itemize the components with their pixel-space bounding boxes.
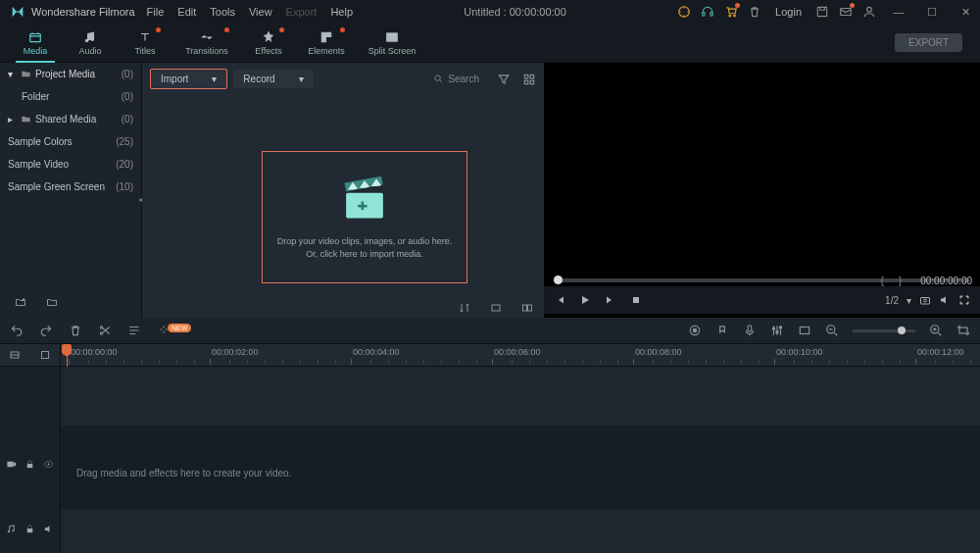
cart-icon[interactable] <box>724 5 738 19</box>
tab-media-label: Media <box>24 46 48 56</box>
record-voice-icon[interactable] <box>688 324 702 337</box>
svg-point-50 <box>8 530 10 532</box>
marker2-icon[interactable] <box>715 324 729 337</box>
ruler-tick: 00:00:00:00 <box>71 347 118 357</box>
tab-elements-label: Elements <box>308 46 345 56</box>
menu-help[interactable]: Help <box>330 6 353 18</box>
audio-track-icon <box>6 524 17 534</box>
sidebar-item-sample-video[interactable]: Sample Video (20) <box>0 153 141 176</box>
split-icon[interactable] <box>98 324 112 337</box>
svg-point-51 <box>12 529 14 531</box>
document-title: Untitled : 00:00:00:00 <box>353 6 677 18</box>
timeline-tracks[interactable]: Drag media and effects here to create yo… <box>0 367 980 553</box>
play-icon[interactable] <box>579 294 591 306</box>
scrubber-head[interactable] <box>554 276 563 284</box>
sidebar-item-sample-colors[interactable]: Sample Colors (25) <box>0 130 141 153</box>
headset-icon[interactable] <box>701 5 714 19</box>
minimize-button[interactable]: — <box>888 3 909 21</box>
menu-view[interactable]: View <box>249 6 272 18</box>
snapshot-icon[interactable] <box>919 294 931 306</box>
aspect-icon[interactable] <box>489 302 503 314</box>
stop-icon[interactable] <box>630 294 642 306</box>
svg-point-4 <box>734 15 736 17</box>
playback-rate[interactable]: 1/2 <box>885 295 899 306</box>
tab-effects[interactable]: Effects <box>241 24 296 63</box>
in-out-braces[interactable]: { } <box>881 276 907 286</box>
microphone-icon[interactable] <box>743 324 757 337</box>
frame-icon[interactable] <box>798 324 811 337</box>
next-frame-icon[interactable] <box>605 294 616 306</box>
sidebar-item-folder[interactable]: Folder (0) <box>0 85 141 108</box>
prev-frame-icon[interactable] <box>554 294 565 306</box>
ruler-tool1-icon[interactable] <box>9 349 21 361</box>
tab-audio-label: Audio <box>78 46 101 56</box>
mail-icon[interactable] <box>839 5 853 19</box>
timeline-ruler[interactable]: 00:00:00:0000:00:02:0000:00:04:0000:00:0… <box>0 343 980 367</box>
sort-icon[interactable] <box>458 302 471 314</box>
record-dropdown[interactable]: Record▾ <box>233 70 313 88</box>
volume-icon[interactable] <box>939 294 951 306</box>
menu-tools[interactable]: Tools <box>210 6 235 18</box>
menu-edit[interactable]: Edit <box>177 6 196 18</box>
user-icon[interactable] <box>862 5 876 19</box>
maximize-button[interactable]: ☐ <box>921 3 943 21</box>
tab-media[interactable]: Media <box>8 24 63 63</box>
eye-icon[interactable] <box>43 459 54 470</box>
export-button[interactable]: EXPORT <box>895 33 962 52</box>
compass-icon[interactable] <box>677 5 691 19</box>
tab-titles[interactable]: Titles <box>118 24 172 63</box>
delete-icon[interactable] <box>69 324 82 337</box>
tab-transitions[interactable]: Transitions <box>172 24 241 63</box>
tab-elements[interactable]: Elements <box>296 24 357 63</box>
sidebar-item-shared-media[interactable]: ▸ Shared Media (0) <box>0 108 141 130</box>
svg-rect-19 <box>530 80 534 84</box>
preview-panel: { } 00:00:00:00 1/2 ▾ <box>544 63 980 318</box>
login-link[interactable]: Login <box>775 6 802 18</box>
ruler-tick: 00:00:06:00 <box>494 347 541 357</box>
save-icon[interactable] <box>815 5 829 19</box>
mixer-icon[interactable] <box>770 324 784 337</box>
zoom-out-icon[interactable] <box>825 324 839 337</box>
lock-icon[interactable] <box>24 524 35 534</box>
new-folder-icon[interactable] <box>14 296 27 308</box>
svg-rect-2 <box>710 13 712 16</box>
zoom-fit-icon[interactable] <box>956 324 970 337</box>
svg-point-9 <box>85 39 87 41</box>
text-icon[interactable] <box>127 324 141 337</box>
mute-icon[interactable] <box>43 524 54 534</box>
svg-point-38 <box>772 327 774 329</box>
drop-zone[interactable]: Drop your video clips, images, or audio … <box>262 151 467 283</box>
sidebar-item-sample-green-screen[interactable]: Sample Green Screen (10) <box>0 176 141 198</box>
folder-icon <box>21 69 31 79</box>
tab-split-screen[interactable]: Split Screen <box>357 24 427 63</box>
tab-transitions-label: Transitions <box>185 46 228 56</box>
video-track-header[interactable] <box>0 459 61 470</box>
zoom-slider[interactable] <box>853 329 915 332</box>
grid-view-icon[interactable] <box>522 73 536 86</box>
preview-scrubber[interactable] <box>554 278 970 282</box>
thumb-view-icon[interactable] <box>520 302 534 314</box>
chevron-down-icon[interactable]: ▾ <box>906 295 911 306</box>
search-input[interactable]: Search <box>427 72 485 86</box>
zoom-in-icon[interactable] <box>929 324 943 337</box>
lock-icon[interactable] <box>24 459 35 470</box>
tab-audio[interactable]: Audio <box>63 24 118 63</box>
svg-point-15 <box>435 75 441 81</box>
svg-rect-13 <box>321 37 325 41</box>
sidebar-item-project-media[interactable]: ▾ Project Media (0) <box>0 63 141 85</box>
import-dropdown[interactable]: Import▾ <box>150 69 227 89</box>
trash-icon[interactable] <box>748 5 761 19</box>
ruler-tool2-icon[interactable] <box>39 349 51 361</box>
filter-icon[interactable] <box>497 73 511 86</box>
redo-icon[interactable] <box>39 324 53 337</box>
close-button[interactable]: ✕ <box>955 3 976 21</box>
undo-icon[interactable] <box>10 324 24 337</box>
menu-export: Export <box>286 6 318 18</box>
chevron-right-icon: ▸ <box>8 114 17 125</box>
audio-track-header[interactable] <box>0 524 61 534</box>
fullscreen-icon[interactable] <box>958 294 970 306</box>
chevron-down-icon: ▾ <box>299 74 304 84</box>
svg-rect-11 <box>321 32 325 36</box>
menu-file[interactable]: File <box>147 6 165 18</box>
open-folder-icon[interactable] <box>45 296 59 308</box>
